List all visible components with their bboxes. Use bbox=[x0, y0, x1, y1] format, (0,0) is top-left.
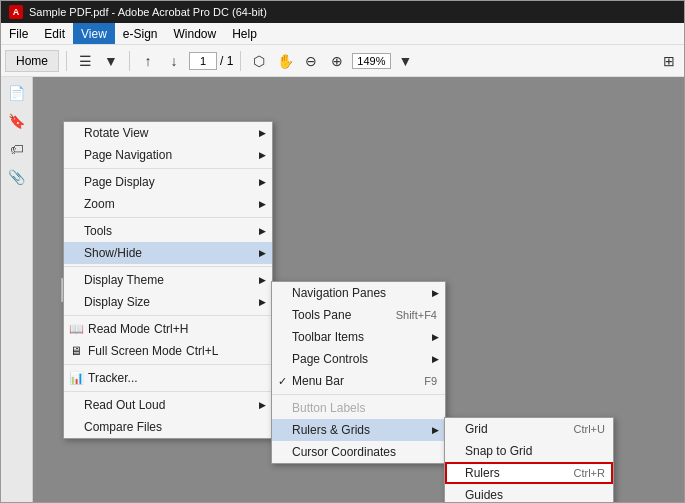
rg-grid[interactable]: Grid Ctrl+U bbox=[445, 418, 613, 440]
toolbar: Home ☰ ▼ ↑ ↓ / 1 ⬡ ✋ ⊖ ⊕ 149% ▼ ⊞ bbox=[1, 45, 684, 77]
cursor-coords-label: Cursor Coordinates bbox=[292, 445, 396, 459]
title-bar: A Sample PDF.pdf - Adobe Acrobat Pro DC … bbox=[1, 1, 684, 23]
sidebar-bookmark-icon[interactable]: 🔖 bbox=[5, 109, 29, 133]
menu-page-navigation[interactable]: Page Navigation bbox=[64, 144, 272, 166]
display-size-label: Display Size bbox=[84, 295, 150, 309]
sep-6 bbox=[64, 391, 272, 392]
sep-5 bbox=[64, 364, 272, 365]
toolbar-filter-btn[interactable]: ▼ bbox=[100, 50, 122, 72]
menu-read-mode[interactable]: 📖 Read Mode Ctrl+H bbox=[64, 318, 272, 340]
compare-files-label: Compare Files bbox=[84, 420, 162, 434]
tools-pane-shortcut: Shift+F4 bbox=[396, 309, 437, 321]
full-screen-shortcut: Ctrl+L bbox=[186, 344, 218, 358]
menu-bar-shortcut: F9 bbox=[424, 375, 437, 387]
page-navigation-label: Page Navigation bbox=[84, 148, 172, 162]
menu-page-display[interactable]: Page Display bbox=[64, 171, 272, 193]
left-sidebar: 📄 🔖 🏷 📎 bbox=[1, 77, 33, 502]
menu-edit[interactable]: Edit bbox=[36, 23, 73, 44]
page-number-input[interactable] bbox=[189, 52, 217, 70]
menu-zoom[interactable]: Zoom bbox=[64, 193, 272, 215]
rg-guides[interactable]: Guides bbox=[445, 484, 613, 502]
sidebar-attach-icon[interactable]: 📎 bbox=[5, 165, 29, 189]
guides-label: Guides bbox=[465, 488, 503, 502]
tools-label: Tools bbox=[84, 224, 112, 238]
zoom-label: Zoom bbox=[84, 197, 115, 211]
nav-panes-label: Navigation Panes bbox=[292, 286, 386, 300]
menu-show-hide[interactable]: Show/Hide bbox=[64, 242, 272, 264]
sh-tools-pane[interactable]: Tools Pane Shift+F4 bbox=[272, 304, 445, 326]
rulers-shortcut: Ctrl+R bbox=[574, 467, 605, 479]
tracker-icon: 📊 bbox=[68, 370, 84, 386]
menu-read-out-loud[interactable]: Read Out Loud bbox=[64, 394, 272, 416]
window-title: Sample PDF.pdf - Adobe Acrobat Pro DC (6… bbox=[29, 6, 267, 18]
full-screen-icon: 🖥 bbox=[68, 343, 84, 359]
sidebar-page-icon[interactable]: 📄 bbox=[5, 81, 29, 105]
zoom-out-btn[interactable]: ⊖ bbox=[300, 50, 322, 72]
zoom-in-btn[interactable]: ⊕ bbox=[326, 50, 348, 72]
display-theme-label: Display Theme bbox=[84, 273, 164, 287]
tracker-label: Tracker... bbox=[88, 371, 138, 385]
menu-file[interactable]: File bbox=[1, 23, 36, 44]
toolbar-sidebar-btn[interactable]: ☰ bbox=[74, 50, 96, 72]
menu-bar-check: ✓ bbox=[278, 375, 287, 388]
home-tab[interactable]: Home bbox=[5, 50, 59, 72]
sh-toolbar-items[interactable]: Toolbar Items bbox=[272, 326, 445, 348]
rg-snap-to-grid[interactable]: Snap to Grid bbox=[445, 440, 613, 462]
page-controls-label: Page Controls bbox=[292, 352, 368, 366]
sh-cursor-coordinates[interactable]: Cursor Coordinates bbox=[272, 441, 445, 463]
menu-window[interactable]: Window bbox=[166, 23, 225, 44]
sh-page-controls[interactable]: Page Controls bbox=[272, 348, 445, 370]
tools-panel-btn[interactable]: ⊞ bbox=[658, 50, 680, 72]
menu-display-theme[interactable]: Display Theme bbox=[64, 269, 272, 291]
menu-full-screen[interactable]: 🖥 Full Screen Mode Ctrl+L bbox=[64, 340, 272, 362]
show-hide-label: Show/Hide bbox=[84, 246, 142, 260]
sep-3 bbox=[64, 266, 272, 267]
zoom-dropdown-btn[interactable]: ▼ bbox=[395, 50, 417, 72]
snap-grid-label: Snap to Grid bbox=[465, 444, 532, 458]
main-window: A Sample PDF.pdf - Adobe Acrobat Pro DC … bbox=[0, 0, 685, 503]
menu-display-size[interactable]: Display Size bbox=[64, 291, 272, 313]
page-next-btn[interactable]: ↓ bbox=[163, 50, 185, 72]
show-hide-menu: Navigation Panes Tools Pane Shift+F4 Too… bbox=[271, 281, 446, 464]
read-mode-icon: 📖 bbox=[68, 321, 84, 337]
toolbar-sep-1 bbox=[66, 51, 67, 71]
main-area: 📄 🔖 🏷 📎 ‹ Rotate View Page Navigation bbox=[1, 77, 684, 502]
hand-tool-btn[interactable]: ✋ bbox=[274, 50, 296, 72]
app-icon: A bbox=[9, 5, 23, 19]
select-tool-btn[interactable]: ⬡ bbox=[248, 50, 270, 72]
toolbar-sep-2 bbox=[129, 51, 130, 71]
rulers-label: Rulers bbox=[465, 466, 500, 480]
view-menu: Rotate View Page Navigation Page Display… bbox=[63, 121, 273, 439]
menu-bar: File Edit View e-Sign Window Help bbox=[1, 23, 684, 45]
page-nav: / 1 bbox=[189, 52, 233, 70]
rg-rulers[interactable]: Rulers Ctrl+R bbox=[445, 462, 613, 484]
toolbar-sep-3 bbox=[240, 51, 241, 71]
sep-1 bbox=[64, 168, 272, 169]
sh-button-labels: Button Labels bbox=[272, 397, 445, 419]
sh-menu-bar[interactable]: ✓ Menu Bar F9 bbox=[272, 370, 445, 392]
menu-tools[interactable]: Tools bbox=[64, 220, 272, 242]
read-mode-label: Read Mode bbox=[88, 322, 150, 336]
sidebar-tag-icon[interactable]: 🏷 bbox=[5, 137, 29, 161]
sep-2 bbox=[64, 217, 272, 218]
sh-rulers-grids[interactable]: Rulers & Grids bbox=[272, 419, 445, 441]
rulers-grids-menu: Grid Ctrl+U Snap to Grid Rulers Ctrl+R G… bbox=[444, 417, 614, 502]
menu-view[interactable]: View bbox=[73, 23, 115, 44]
rulers-grids-label: Rulers & Grids bbox=[292, 423, 370, 437]
menu-bar-label: Menu Bar bbox=[292, 374, 344, 388]
full-screen-label: Full Screen Mode bbox=[88, 344, 182, 358]
sh-sep-1 bbox=[272, 394, 445, 395]
page-separator: / 1 bbox=[220, 54, 233, 68]
sh-navigation-panes[interactable]: Navigation Panes bbox=[272, 282, 445, 304]
page-prev-btn[interactable]: ↑ bbox=[137, 50, 159, 72]
menu-compare-files[interactable]: Compare Files bbox=[64, 416, 272, 438]
menu-esign[interactable]: e-Sign bbox=[115, 23, 166, 44]
grid-shortcut: Ctrl+U bbox=[574, 423, 605, 435]
menu-tracker[interactable]: 📊 Tracker... bbox=[64, 367, 272, 389]
menu-help[interactable]: Help bbox=[224, 23, 265, 44]
menu-rotate-view[interactable]: Rotate View bbox=[64, 122, 272, 144]
zoom-display[interactable]: 149% bbox=[352, 53, 390, 69]
read-out-loud-label: Read Out Loud bbox=[84, 398, 165, 412]
read-mode-shortcut: Ctrl+H bbox=[154, 322, 188, 336]
page-display-label: Page Display bbox=[84, 175, 155, 189]
